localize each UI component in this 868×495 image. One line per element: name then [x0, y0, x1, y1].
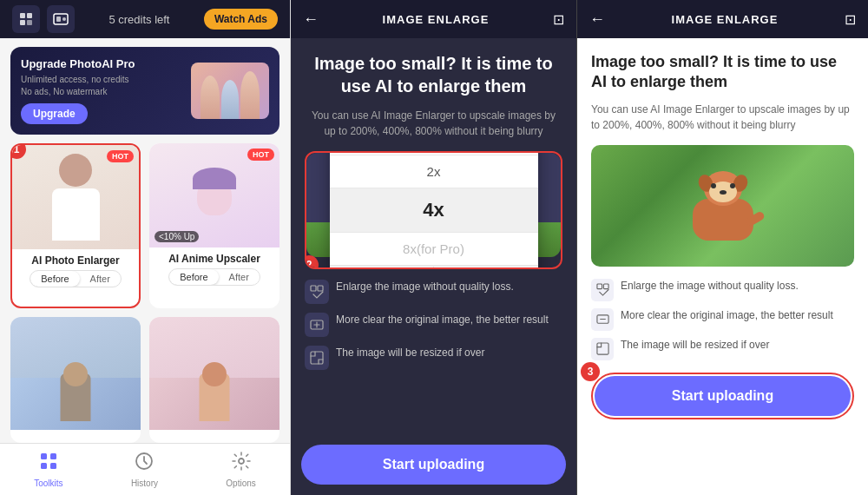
svg-rect-16 [311, 352, 323, 364]
credits-label: 5 credits left [108, 13, 169, 26]
panel2-start-upload-button[interactable]: Start uploading [301, 445, 566, 485]
panel3-start-upload-button[interactable]: Start uploading [595, 376, 851, 416]
svg-rect-18 [603, 284, 608, 289]
anime-upscaler-label: AI Anime Upscaler [165, 248, 264, 268]
history-icon [134, 451, 155, 477]
start-btn-red-outline: Start uploading [591, 373, 854, 419]
options-icon [231, 451, 252, 477]
ratio-buttons: Cancel OK [330, 266, 538, 270]
app-icon-2 [47, 5, 75, 33]
upgrade-text-side: Upgrade PhotoAI Pro Unlimited access, no… [21, 57, 191, 124]
after-btn-2[interactable]: After [219, 269, 260, 285]
p3-feature-icon-3 [591, 338, 614, 360]
feature-icon-3 [305, 346, 329, 370]
panel2-content: Image too small? It is time to use AI to… [291, 38, 576, 434]
feature-item-3: The image will be resized if over [305, 346, 562, 370]
bottom-left-image [10, 317, 141, 430]
person-body [52, 188, 100, 241]
toolkits-label: Toolkits [34, 478, 62, 488]
svg-rect-13 [311, 286, 316, 291]
panel3-content: Image too small? It is time to use AI to… [577, 38, 868, 495]
p3-feature-2: More clear the original image, the bette… [591, 308, 854, 331]
ratio-red-outline: 2 Ratio 2x 4x 8x(for Pro) [305, 151, 562, 269]
tools-grid: 1 HOT AI Photo Enlarger Before After [0, 143, 290, 443]
photo-enlarger-image: HOT [12, 145, 139, 249]
bottom-right-image [149, 317, 279, 430]
p3-feature-icon-1 [591, 279, 614, 301]
upgrade-subtitle: Unlimited access, no creditsNo ads, No w… [21, 74, 191, 98]
panel3-features: Enlarge the image without quality loss. … [591, 279, 854, 360]
svg-rect-8 [50, 453, 56, 459]
panel2-features: Enlarge the image without quality loss. … [305, 280, 562, 370]
panel3-header: ← IMAGE ENLARGE ⊡ [577, 0, 868, 38]
silhouettes [201, 71, 260, 119]
feature-icon-2 [305, 313, 329, 337]
panel2-ratio-section: 2 Ratio 2x 4x 8x(for Pro) [305, 151, 562, 269]
upgrade-banner: Upgrade PhotoAI Pro Unlimited access, no… [10, 47, 279, 135]
svg-rect-20 [596, 343, 608, 354]
ratio-overlay: Ratio 2x 4x 8x(for Pro) Cancel OK [306, 153, 561, 267]
panel2-title: IMAGE ENLARGE [319, 13, 553, 26]
before-after-2[interactable]: Before After [168, 268, 260, 286]
panel2-back-button[interactable]: ← [303, 10, 319, 29]
svg-rect-3 [27, 20, 32, 25]
watch-ads-button[interactable]: Watch Ads [204, 9, 278, 30]
before-btn-1[interactable]: Before [30, 271, 79, 287]
feature-text-1: Enlarge the image without quality loss. [336, 280, 514, 294]
options-label: Options [226, 478, 255, 488]
upgrade-title: Upgrade PhotoAI Pro [21, 57, 191, 70]
anime-percentage: <10% Up [155, 231, 199, 242]
before-btn-2[interactable]: Before [169, 269, 218, 285]
bottom-nav: Toolkits History Options [0, 443, 290, 495]
nav-history[interactable]: History [131, 451, 158, 488]
svg-rect-7 [41, 453, 47, 459]
tool-card-photo-enlarger[interactable]: 1 HOT AI Photo Enlarger Before After [10, 143, 141, 308]
ratio-option-2x[interactable]: 2x [330, 155, 538, 188]
panel3-back-button[interactable]: ← [589, 10, 605, 29]
anime-head [197, 176, 232, 215]
p3-feature-3: The image will be resized if over [591, 338, 854, 360]
p3-feature-1: Enlarge the image without quality loss. [591, 279, 854, 301]
panel3-crop-icon[interactable]: ⊡ [845, 11, 856, 28]
silhouette-3 [240, 71, 260, 119]
silhouette-1 [201, 76, 220, 119]
ratio-cancel-button[interactable]: Cancel [330, 267, 435, 270]
p3-feature-text-3: The image will be resized if over [621, 338, 769, 353]
ratio-option-8x[interactable]: 8x(for Pro) [330, 233, 538, 265]
silhouette-2 [221, 80, 239, 119]
ratio-option-4x[interactable]: 4x [330, 188, 538, 232]
anime-upscaler-image: HOT <10% Up [149, 143, 279, 248]
history-label: History [131, 478, 158, 488]
tool-card-anime-upscaler[interactable]: HOT <10% Up AI Anime Upscaler Before Aft… [149, 143, 279, 308]
header-icons [12, 5, 75, 33]
p3-feature-icon-2 [591, 308, 614, 331]
panel-1: 5 credits left Watch Ads Upgrade PhotoAI… [0, 0, 291, 495]
upgrade-image [191, 63, 269, 119]
p3-feature-text-1: Enlarge the image without quality loss. [621, 279, 799, 294]
tool-card-bottom-left[interactable] [10, 317, 141, 444]
feature-text-3: The image will be resized if over [336, 346, 484, 360]
before-after-1[interactable]: Before After [30, 270, 122, 287]
svg-rect-2 [20, 20, 25, 25]
p3-feature-text-2: More clear the original image, the bette… [621, 308, 833, 323]
tool-card-bottom-right[interactable] [149, 317, 279, 444]
feature-text-2: More clear the original image, the bette… [336, 313, 549, 327]
panel3-enlarge-desc: You can use AI Image Enlarger to upscale… [591, 102, 854, 133]
start-btn-wrapper: Start uploading 3 [591, 373, 854, 419]
feature-item-1: Enlarge the image without quality loss. [305, 280, 562, 304]
ratio-ok-button[interactable]: OK [434, 267, 538, 270]
nav-toolkits[interactable]: Toolkits [34, 451, 62, 488]
photo-enlarger-label: AI Photo Enlarger [28, 249, 122, 270]
svg-rect-5 [56, 16, 61, 22]
panel2-header: ← IMAGE ENLARGE ⊡ [291, 0, 576, 38]
anime-hair [193, 168, 236, 189]
hot-badge-2: HOT [247, 148, 274, 161]
after-btn-1[interactable]: After [80, 271, 121, 287]
ratio-dialog: Ratio 2x 4x 8x(for Pro) Cancel OK [330, 151, 538, 269]
upgrade-button[interactable]: Upgrade [21, 103, 88, 124]
nav-options[interactable]: Options [226, 451, 255, 488]
panel3-enlarge-title: Image too small? It is time to use AI to… [591, 52, 854, 93]
panel2-crop-icon[interactable]: ⊡ [553, 11, 564, 28]
panel-3: ← IMAGE ENLARGE ⊡ Image too small? It is… [577, 0, 868, 495]
hot-badge-1: HOT [107, 150, 134, 162]
